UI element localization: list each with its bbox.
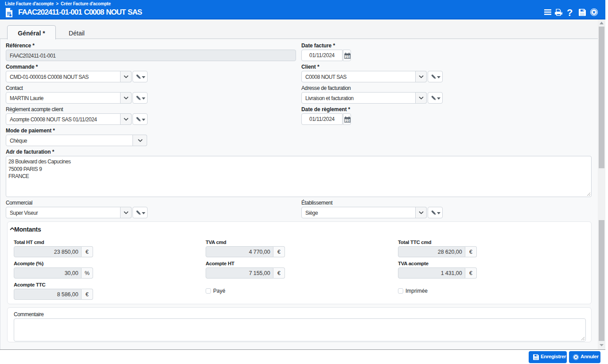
svg-text:15: 15 (345, 54, 350, 59)
svg-text:15: 15 (345, 118, 350, 123)
